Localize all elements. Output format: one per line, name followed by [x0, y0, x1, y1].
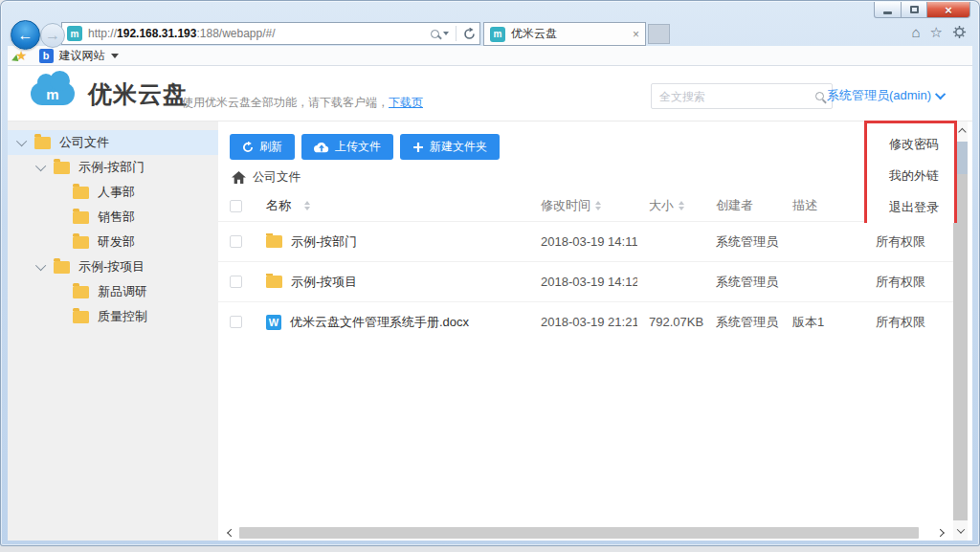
- row-checkbox[interactable]: [230, 276, 242, 288]
- plus-icon: [412, 142, 424, 153]
- home-icon[interactable]: [232, 171, 246, 184]
- new-folder-button[interactable]: 新建文件夹: [400, 134, 500, 160]
- word-doc-icon: W: [266, 315, 281, 330]
- creator: 系统管理员: [704, 314, 781, 331]
- minimize-button[interactable]: [874, 2, 902, 18]
- sidebar-tree: 公司文件 示例-按部门 人事部 销售部 研发部 示例-按项目 新品调研 质量控制: [8, 130, 218, 329]
- upload-file-button[interactable]: 上传文件: [301, 134, 393, 160]
- gear-icon[interactable]: [952, 25, 967, 39]
- tree-node[interactable]: 研发部: [8, 230, 218, 254]
- table-row[interactable]: W优米云盘文件管理系统手册.docx 2018-03-19 21:21 792.…: [218, 301, 953, 342]
- browser-tab[interactable]: m 优米云盘 ×: [483, 22, 646, 46]
- file-size: 792.07KB: [637, 315, 704, 329]
- back-button[interactable]: ←: [11, 20, 40, 50]
- scrollbar-thumb[interactable]: [239, 527, 919, 539]
- close-button[interactable]: ×: [927, 2, 970, 18]
- folder-icon: [54, 261, 70, 274]
- tree-node-label: 新品调研: [98, 283, 147, 300]
- column-modified[interactable]: 修改时间: [541, 198, 590, 212]
- maximize-icon: [910, 6, 919, 13]
- column-description[interactable]: 描述: [792, 198, 817, 212]
- tab-title: 优米云盘: [511, 26, 633, 42]
- tree-node[interactable]: 质量控制: [8, 304, 218, 329]
- column-size[interactable]: 大小: [649, 198, 674, 212]
- file-name[interactable]: 优米云盘文件管理系统手册.docx: [290, 314, 469, 331]
- window-controls: ×: [874, 2, 970, 18]
- tree-node-label: 示例-按部门: [78, 159, 145, 176]
- favorites-star-icon[interactable]: ☆: [930, 25, 943, 39]
- file-name[interactable]: 示例-按项目: [291, 274, 357, 291]
- divider: [456, 26, 457, 41]
- horizontal-scrollbar[interactable]: [218, 525, 953, 541]
- refresh-icon[interactable]: [463, 28, 476, 40]
- search-input[interactable]: [659, 90, 815, 103]
- scroll-right-icon[interactable]: [932, 525, 951, 541]
- user-menu-item[interactable]: 修改密码: [867, 128, 954, 160]
- page-viewport: m 优米云盘 使用优米云盘全部功能，请下载客户端，下载页 系统管理员(admin…: [8, 66, 972, 541]
- search-icon[interactable]: [431, 30, 439, 38]
- scroll-down-icon[interactable]: [953, 520, 968, 541]
- bing-icon: b: [39, 49, 54, 63]
- scroll-left-icon[interactable]: [220, 525, 239, 541]
- column-name[interactable]: 名称: [266, 197, 291, 214]
- folder-icon: [266, 235, 282, 248]
- app-brand-title: 优米云盘: [88, 78, 188, 110]
- maximize-button[interactable]: [902, 2, 927, 18]
- select-all-checkbox[interactable]: [230, 200, 242, 212]
- chevron-down-icon[interactable]: [35, 260, 46, 271]
- address-bar[interactable]: m http://192.168.31.193:188/webapp/#/: [61, 22, 480, 45]
- tree-node[interactable]: 公司文件: [8, 130, 218, 155]
- user-menu-item[interactable]: 我的外链: [867, 160, 954, 191]
- row-checkbox[interactable]: [230, 316, 242, 328]
- tab-close-icon[interactable]: ×: [633, 29, 639, 40]
- new-tab-button[interactable]: [648, 24, 670, 44]
- sort-icon[interactable]: [304, 201, 310, 210]
- table-row[interactable]: 示例-按部门 2018-03-19 14:11 系统管理员 所有权限: [218, 221, 953, 261]
- chevron-down-icon[interactable]: [16, 136, 27, 146]
- user-dropdown-trigger[interactable]: 系统管理员(admin): [827, 87, 946, 104]
- search-dropdown-caret[interactable]: [443, 32, 449, 35]
- folder-icon: [73, 311, 89, 323]
- file-name[interactable]: 示例-按部门: [291, 233, 357, 251]
- tree-node[interactable]: 新品调研: [8, 279, 218, 304]
- chevron-down-icon[interactable]: [35, 161, 46, 171]
- tree-node-label: 质量控制: [98, 308, 147, 325]
- folder-icon: [34, 137, 51, 149]
- chevron-down-icon: [935, 89, 946, 99]
- main-content: 刷新 上传文件 新建文件夹: [218, 121, 953, 541]
- breadcrumb-current[interactable]: 公司文件: [253, 169, 301, 186]
- tree-node[interactable]: 示例-按部门: [8, 155, 218, 180]
- chevron-down-icon[interactable]: [111, 54, 119, 58]
- cloud-upload-icon: [314, 142, 329, 153]
- tree-node[interactable]: 销售部: [8, 205, 218, 230]
- column-creator[interactable]: 创建者: [716, 198, 753, 212]
- folder-icon: [73, 286, 89, 298]
- refresh-icon: [242, 142, 254, 153]
- refresh-button[interactable]: 刷新: [230, 134, 295, 160]
- row-checkbox[interactable]: [230, 235, 242, 248]
- tree-node[interactable]: 示例-按项目: [8, 254, 218, 279]
- favorites-bar: ★ b 建议网站: [8, 46, 972, 66]
- global-search-box[interactable]: [651, 83, 833, 109]
- tree-node-label: 人事部: [98, 184, 135, 201]
- file-table: 名称 修改时间 大小 创建者 描述 示例-按部门 2018-03-19 14:1…: [218, 190, 953, 342]
- site-favicon: m: [67, 26, 82, 41]
- user-label: 系统管理员(admin): [827, 87, 931, 104]
- sort-icon[interactable]: [595, 201, 601, 210]
- add-favorite-icon[interactable]: ★: [15, 49, 28, 62]
- home-icon[interactable]: ⌂: [911, 25, 920, 39]
- browser-window: × ← → m http://192.168.31.193:188/webapp…: [0, 0, 980, 546]
- tree-node-label: 示例-按项目: [78, 258, 145, 276]
- table-header: 名称 修改时间 大小 创建者 描述: [218, 190, 953, 221]
- user-menu-item[interactable]: 退出登录: [867, 191, 954, 223]
- sort-icon[interactable]: [679, 201, 684, 210]
- forward-button[interactable]: →: [40, 23, 65, 48]
- suggested-sites-link[interactable]: 建议网站: [59, 48, 105, 64]
- tree-node[interactable]: 人事部: [8, 180, 218, 205]
- download-page-link[interactable]: 下载页: [389, 96, 423, 109]
- description: 版本1: [781, 314, 864, 331]
- forward-arrow-icon: →: [45, 28, 60, 43]
- table-row[interactable]: 示例-按项目 2018-03-19 14:12 系统管理员 所有权限: [218, 261, 953, 301]
- search-icon[interactable]: [815, 92, 824, 100]
- toolbar: 刷新 上传文件 新建文件夹: [230, 134, 500, 160]
